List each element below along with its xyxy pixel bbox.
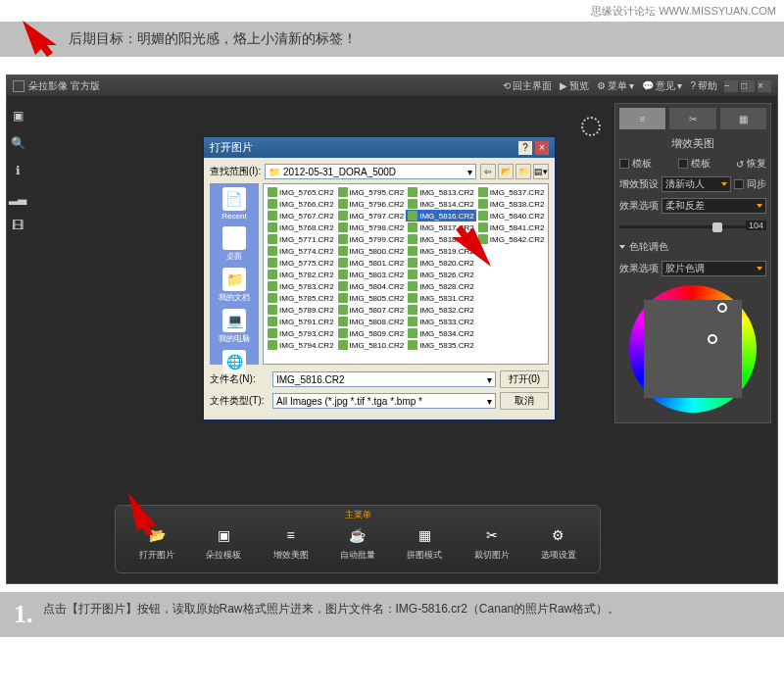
filetype-select[interactable]: All Images (*.jpg *.tif *.tga *.bmp *▾ [272, 393, 496, 409]
file-item[interactable] [476, 257, 547, 269]
file-item[interactable]: IMG_5800.CR2 [336, 245, 407, 257]
file-item[interactable] [476, 304, 547, 316]
rp-check-template-a[interactable] [619, 159, 629, 169]
file-item[interactable] [476, 245, 547, 257]
file-item[interactable]: IMG_5819.CR2 [406, 245, 476, 257]
rp-tab-crop[interactable]: ✂ [669, 108, 715, 129]
rp-opt2-select[interactable]: 胶片色调 [662, 261, 766, 276]
sb-mypc[interactable]: 💻我的电脑 [219, 309, 250, 344]
nav-back-icon[interactable]: ⇦ [480, 164, 496, 179]
menu-item-4[interactable]: ▦拼图模式 [407, 524, 442, 562]
file-item[interactable]: IMG_5799.CR2 [336, 233, 407, 245]
menu-feedback[interactable]: 💬 意见 ▾ [642, 79, 682, 93]
menu-item-0[interactable]: 📂打开图片 [139, 524, 174, 562]
menu-item-5[interactable]: ✂裁切图片 [474, 524, 510, 562]
menu-item-6[interactable]: ⚙选项设置 [541, 524, 576, 562]
file-item[interactable]: IMG_5797.CR2 [336, 210, 407, 222]
file-item[interactable]: IMG_5782.CR2 [266, 269, 336, 280]
file-item[interactable]: IMG_5794.CR2 [266, 339, 336, 351]
menu-menu[interactable]: ⚙ 菜单 ▾ [597, 79, 634, 93]
file-item[interactable]: IMG_5805.CR2 [336, 292, 407, 304]
file-item[interactable]: IMG_5842.CR2 [476, 233, 547, 245]
window-minimize[interactable]: − [724, 80, 738, 92]
file-item[interactable]: IMG_5785.CR2 [266, 292, 336, 304]
file-item[interactable]: IMG_5795.CR2 [336, 186, 407, 198]
menu-main[interactable]: ⟲ 回主界面 [503, 79, 552, 93]
file-item[interactable] [476, 280, 547, 292]
file-item[interactable]: IMG_5814.CR2 [406, 198, 476, 210]
file-item[interactable]: IMG_5783.CR2 [266, 280, 336, 292]
file-item[interactable]: IMG_5808.CR2 [336, 316, 407, 327]
open-button[interactable]: 打开(0) [500, 370, 549, 388]
lookin-select[interactable]: 📁 2012-05-31_DORA_500D▾ [265, 164, 476, 179]
nav-up-icon[interactable]: 📂 [498, 164, 514, 179]
file-item[interactable]: IMG_5771.CR2 [266, 233, 336, 245]
file-item[interactable]: IMG_5826.CR2 [406, 269, 476, 280]
file-item[interactable]: IMG_5809.CR2 [336, 327, 407, 339]
file-item[interactable]: IMG_5837.CR2 [476, 186, 547, 198]
rp-check-template-b[interactable] [678, 159, 688, 169]
file-item[interactable]: IMG_5807.CR2 [336, 304, 407, 316]
filename-input[interactable]: IMG_5816.CR2▾ [272, 371, 496, 387]
tool-image-icon[interactable]: ▣ [9, 107, 26, 124]
file-item[interactable]: IMG_5841.CR2 [476, 222, 547, 233]
file-item[interactable] [476, 316, 547, 327]
file-item[interactable]: IMG_5820.CR2 [406, 257, 476, 269]
file-item[interactable]: IMG_5801.CR2 [336, 257, 407, 269]
sb-desktop[interactable]: 🖥桌面 [222, 226, 246, 262]
rp-sync-check[interactable] [734, 179, 744, 189]
file-item[interactable]: IMG_5767.CR2 [266, 210, 336, 222]
file-item[interactable]: IMG_5791.CR2 [266, 316, 336, 327]
dialog-help-icon[interactable]: ? × [518, 141, 549, 155]
tool-info-icon[interactable]: ℹ [9, 162, 26, 179]
file-item[interactable]: IMG_5818.CR2 [406, 233, 476, 245]
nav-view-icon[interactable]: ▤▾ [533, 164, 549, 179]
file-item[interactable]: IMG_5793.CR2 [266, 327, 336, 339]
file-item[interactable]: IMG_5810.CR2 [336, 339, 407, 351]
tool-search-icon[interactable]: 🔍 [9, 134, 26, 152]
file-item[interactable]: IMG_5840.CR2 [476, 210, 547, 222]
sb-mydocs[interactable]: 📁我的文档 [219, 268, 250, 303]
rp-restore-btn[interactable]: 恢复 [747, 157, 766, 171]
window-maximize[interactable]: □ [741, 80, 755, 92]
cancel-button[interactable]: 取消 [500, 392, 549, 410]
file-item[interactable]: IMG_5834.CR2 [406, 327, 476, 339]
file-item[interactable]: IMG_5804.CR2 [336, 280, 407, 292]
rp-tab-grid[interactable]: ▦ [720, 108, 766, 129]
file-item[interactable]: IMG_5832.CR2 [406, 304, 476, 316]
file-item[interactable]: IMG_5828.CR2 [406, 280, 476, 292]
file-item[interactable]: IMG_5838.CR2 [476, 198, 547, 210]
menu-preview[interactable]: ▶ 预览 [560, 79, 589, 93]
file-item[interactable]: IMG_5796.CR2 [336, 198, 407, 210]
tool-histogram-icon[interactable]: ▂▃ [9, 189, 26, 207]
file-list[interactable]: IMG_5765.CR2IMG_5795.CR2IMG_5813.CR2IMG_… [263, 183, 549, 365]
nav-newfolder-icon[interactable]: 📁 [515, 164, 531, 179]
file-item[interactable]: IMG_5766.CR2 [266, 198, 336, 210]
file-item[interactable]: IMG_5817.CR2 [406, 222, 476, 233]
menu-item-3[interactable]: ☕自动批量 [340, 524, 375, 562]
file-item[interactable] [476, 339, 547, 351]
rp-tab-adjust[interactable]: ≡ [619, 108, 665, 129]
menu-help[interactable]: ? 帮助 [690, 79, 717, 93]
menu-item-2[interactable]: ≡增效美图 [273, 524, 309, 562]
file-item[interactable]: IMG_5775.CR2 [266, 257, 336, 269]
dialog-close-icon[interactable]: × [535, 141, 549, 155]
file-item[interactable]: IMG_5789.CR2 [266, 304, 336, 316]
file-item[interactable]: IMG_5813.CR2 [406, 186, 476, 198]
file-item[interactable]: IMG_5833.CR2 [406, 316, 476, 327]
file-item[interactable]: IMG_5774.CR2 [266, 245, 336, 257]
rp-opt-select[interactable]: 柔和反差 [662, 198, 766, 214]
file-item[interactable]: IMG_5765.CR2 [266, 186, 336, 198]
rp-section-colorwheel[interactable]: 色轮调色 [619, 236, 766, 258]
file-item[interactable] [476, 327, 547, 339]
menu-item-1[interactable]: ▣朵拉模板 [206, 524, 241, 562]
file-item[interactable]: IMG_5768.CR2 [266, 222, 336, 233]
rp-slider[interactable]: 104 [619, 221, 766, 232]
file-item[interactable]: IMG_5831.CR2 [406, 292, 476, 304]
file-item[interactable] [476, 269, 547, 280]
file-item[interactable] [476, 292, 547, 304]
rp-preset-select[interactable]: 清新动人 [662, 176, 731, 192]
color-wheel[interactable] [629, 285, 757, 413]
sb-recent[interactable]: 📄Recent [221, 187, 246, 221]
file-item[interactable]: IMG_5803.CR2 [336, 269, 407, 280]
